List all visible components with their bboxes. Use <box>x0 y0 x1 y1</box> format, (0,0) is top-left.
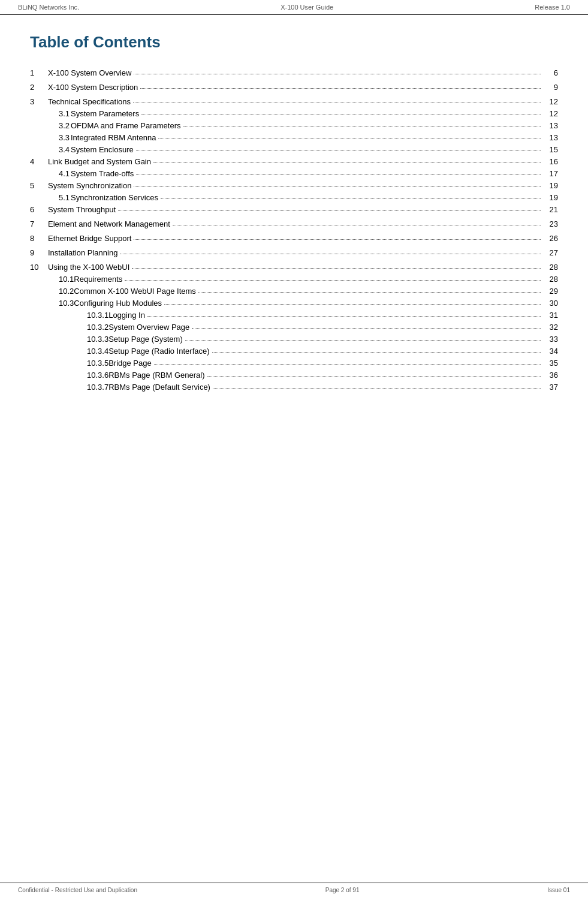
toc-label: System Enclosure <box>71 145 134 154</box>
toc-page: 34 <box>543 347 558 356</box>
toc-page: 29 <box>543 287 558 296</box>
footer-right: Issue 01 <box>547 887 570 893</box>
toc-num: 10.3.4 <box>63 347 108 356</box>
toc-label: Integrated RBM Antenna <box>71 133 156 142</box>
page-header: BLiNQ Networks Inc. X-100 User Guide Rel… <box>0 0 588 15</box>
toc-dots <box>118 210 541 211</box>
toc-entry: 3.3 Integrated RBM Antenna 13 <box>30 133 558 142</box>
toc-label: Installation Planning <box>48 248 117 257</box>
toc-entry: 10.2 Common X-100 WebUI Page Items 29 <box>30 287 558 296</box>
toc-label: Technical Specifications <box>48 97 131 106</box>
toc-dots <box>140 88 541 89</box>
toc-num: 1 <box>30 68 48 77</box>
toc-container: 1 X-100 System Overview 6 2 X-100 System… <box>30 68 558 392</box>
toc-entry: 10.3.4 Setup Page (Radio Interface) 34 <box>30 347 558 356</box>
toc-entry: 6 System Throughput 21 <box>30 205 558 214</box>
toc-page: 31 <box>543 311 558 320</box>
main-content: Table of Contents 1 X-100 System Overvie… <box>0 15 588 443</box>
toc-page: 12 <box>543 97 558 106</box>
toc-num: 3.3 <box>47 133 71 142</box>
toc-entry: 7 Element and Network Management 23 <box>30 219 558 228</box>
footer-left: Confidential - Restricted Use and Duplic… <box>18 887 137 893</box>
toc-label: Common X-100 WebUI Page Items <box>74 287 196 296</box>
toc-page: 30 <box>543 299 558 308</box>
toc-dots <box>183 127 541 127</box>
toc-dots <box>213 388 541 389</box>
toc-dots <box>134 186 541 187</box>
toc-entry: 10.3.7 RBMs Page (Default Service) 37 <box>30 383 558 392</box>
toc-entry: 5.1 Synchronization Services 19 <box>30 193 558 202</box>
toc-dots <box>134 239 541 240</box>
toc-label: System Overview Page <box>108 323 189 332</box>
toc-dots <box>212 352 541 353</box>
toc-label: Element and Network Management <box>48 219 170 228</box>
toc-page: 6 <box>543 68 558 77</box>
toc-page: 17 <box>543 169 558 178</box>
toc-label: System Synchronization <box>48 181 131 190</box>
toc-label: Setup Page (Radio Interface) <box>108 347 209 356</box>
toc-page: 35 <box>543 359 558 368</box>
toc-num: 3.1 <box>47 109 71 118</box>
toc-page: 19 <box>543 193 558 202</box>
header-right: Release 1.0 <box>535 4 570 11</box>
toc-num: 5.1 <box>47 193 71 202</box>
toc-title: Table of Contents <box>30 33 558 52</box>
toc-page: 15 <box>543 145 558 154</box>
toc-label: System Trade-offs <box>71 169 134 178</box>
toc-entry: 10.3.2 System Overview Page 32 <box>30 323 558 332</box>
toc-entry: 3.4 System Enclosure 15 <box>30 145 558 154</box>
toc-page: 28 <box>543 275 558 284</box>
toc-num: 10.3.3 <box>63 335 108 344</box>
toc-label: Link Budget and System Gain <box>48 157 151 166</box>
toc-dots <box>134 74 541 74</box>
toc-entry: 9 Installation Planning 27 <box>30 248 558 257</box>
toc-dots <box>136 150 541 151</box>
toc-entry: 3 Technical Specifications 12 <box>30 97 558 106</box>
toc-label: X-100 System Overview <box>48 68 131 77</box>
toc-page: 19 <box>543 181 558 190</box>
toc-label: RBMs Page (Default Service) <box>108 383 210 392</box>
toc-dots <box>120 254 541 254</box>
page-footer: Confidential - Restricted Use and Duplic… <box>0 883 588 897</box>
toc-entry: 8 Ethernet Bridge Support 26 <box>30 234 558 243</box>
toc-num: 5 <box>30 181 48 190</box>
toc-num: 8 <box>30 234 48 243</box>
toc-page: 28 <box>543 263 558 272</box>
toc-num: 6 <box>30 205 48 214</box>
toc-num: 10 <box>30 263 48 272</box>
toc-dots <box>173 225 541 225</box>
toc-dots <box>125 280 541 281</box>
toc-num: 10.1 <box>47 275 74 284</box>
toc-entry: 3.1 System Parameters 12 <box>30 109 558 118</box>
toc-num: 10.3.1 <box>63 311 108 320</box>
toc-page: 32 <box>543 323 558 332</box>
toc-dots <box>198 292 541 293</box>
toc-page: 16 <box>543 157 558 166</box>
toc-num: 10.3.5 <box>63 359 108 368</box>
toc-num: 4 <box>30 157 48 166</box>
toc-dots <box>133 103 541 103</box>
toc-page: 12 <box>543 109 558 118</box>
toc-dots <box>136 174 541 175</box>
toc-page: 33 <box>543 335 558 344</box>
toc-entry: 2 X-100 System Description 9 <box>30 83 558 92</box>
toc-label: Bridge Page <box>108 359 152 368</box>
toc-page: 9 <box>543 83 558 92</box>
toc-num: 2 <box>30 83 48 92</box>
toc-label: OFDMA and Frame Parameters <box>71 121 181 130</box>
toc-dots <box>207 376 541 377</box>
toc-num: 3.4 <box>47 145 71 154</box>
toc-page: 13 <box>543 121 558 130</box>
header-center: X-100 User Guide <box>281 4 333 11</box>
toc-dots <box>158 139 541 139</box>
toc-dots <box>154 364 541 365</box>
toc-label: RBMs Page (RBM General) <box>108 371 204 380</box>
toc-label: Logging In <box>108 311 145 320</box>
toc-num: 9 <box>30 248 48 257</box>
toc-label: X-100 System Description <box>48 83 138 92</box>
footer-center: Page 2 of 91 <box>325 887 360 893</box>
toc-label: Synchronization Services <box>71 193 158 202</box>
toc-entry: 5 System Synchronization 19 <box>30 181 558 190</box>
toc-label: Configuring Hub Modules <box>74 299 162 308</box>
toc-num: 10.3.6 <box>63 371 108 380</box>
